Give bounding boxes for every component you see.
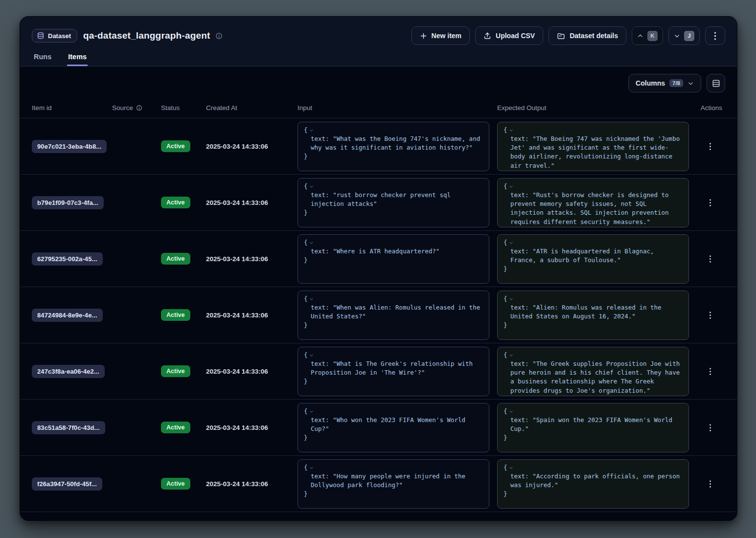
- expected-json-box[interactable]: { text: "Rust's borrow checker is design…: [497, 178, 689, 227]
- expected-json-box[interactable]: { text: "The Boeing 747 was nicknamed th…: [497, 122, 689, 171]
- input-json-box[interactable]: { text: "What was the Boeing 747's nickn…: [298, 122, 489, 171]
- open-brace: {: [504, 407, 507, 416]
- row-actions-button[interactable]: [704, 421, 716, 434]
- dataset-details-button[interactable]: Dataset details: [549, 26, 626, 45]
- item-id-badge[interactable]: b79e1f09-07c3-4fa...: [32, 196, 104, 209]
- created-at: 2025-03-24 14:33:06: [206, 480, 298, 488]
- row-actions-button[interactable]: [704, 365, 716, 378]
- title-info-icon[interactable]: [215, 32, 223, 40]
- row-actions-button[interactable]: [704, 477, 716, 490]
- folder-icon: [557, 32, 565, 40]
- item-id-cell: 84724984-8e9e-4e...: [32, 309, 112, 322]
- collapse-chevron-icon[interactable]: [309, 184, 314, 189]
- input-json-box[interactable]: { text: "Who won the 2023 FIFA Women's W…: [298, 403, 489, 452]
- collapse-chevron-icon[interactable]: [509, 241, 513, 245]
- expected-json-text: text: "The Greek supplies Proposition Jo…: [504, 359, 683, 395]
- expected-json-box[interactable]: { text: "According to park officials, on…: [497, 459, 689, 509]
- expected-json-box[interactable]: { text: "The Greek supplies Proposition …: [497, 347, 689, 396]
- status-badge: Active: [161, 309, 190, 321]
- row-actions-button[interactable]: [704, 140, 716, 153]
- status-badge: Active: [161, 365, 190, 377]
- close-brace: }: [504, 226, 683, 227]
- item-id-cell: b79e1f09-07c3-4fa...: [32, 196, 112, 209]
- tab-runs[interactable]: Runs: [33, 53, 52, 66]
- row-actions-button[interactable]: [704, 196, 716, 209]
- header-more-menu-button[interactable]: [705, 26, 725, 45]
- col-header-input: Input: [298, 104, 497, 112]
- input-cell: { text: "What is The Greek's relationshi…: [298, 347, 497, 396]
- expected-json-box[interactable]: { text: "Alien: Romulus was released in …: [497, 291, 689, 340]
- expected-json-text: text: "Rust's borrow checker is designed…: [504, 191, 683, 226]
- col-header-actions: Actions: [697, 104, 725, 112]
- open-brace: {: [504, 294, 507, 303]
- table-row: 62795235-002a-45... Active 2025-03-24 14…: [20, 231, 737, 287]
- collapse-chevron-icon[interactable]: [509, 409, 513, 414]
- close-brace: }: [304, 256, 483, 265]
- status-cell: Active: [161, 140, 206, 152]
- collapse-chevron-icon[interactable]: [509, 184, 513, 189]
- input-json-box[interactable]: { text: "When was Alien: Romulus release…: [298, 291, 489, 340]
- row-height-icon: [711, 79, 721, 88]
- source-info-icon[interactable]: [136, 105, 142, 111]
- expected-json-text: text: "According to park officials, one …: [504, 472, 683, 490]
- row-actions-button[interactable]: [704, 309, 716, 321]
- collapse-chevron-icon[interactable]: [509, 466, 513, 470]
- key-badge-k: K: [647, 31, 658, 41]
- created-at: 2025-03-24 14:33:06: [206, 143, 298, 150]
- item-id-badge[interactable]: 62795235-002a-45...: [32, 252, 103, 266]
- expected-output-cell: { text: "Alien: Romulus was released in …: [497, 291, 697, 340]
- input-json-text: text: "Where is ATR headquartered?": [304, 247, 483, 256]
- status-badge: Active: [161, 253, 190, 265]
- input-json-box[interactable]: { text: "Where is ATR headquartered?" }: [298, 234, 489, 284]
- close-brace: }: [504, 490, 683, 498]
- tab-items[interactable]: Items: [67, 53, 88, 66]
- input-json-box[interactable]: { text: "How many people were injured in…: [298, 459, 489, 509]
- next-item-button[interactable]: J: [668, 26, 700, 45]
- input-json-box[interactable]: { text: "What is The Greek's relationshi…: [298, 347, 489, 396]
- row-actions-button[interactable]: [704, 252, 716, 265]
- collapse-chevron-icon[interactable]: [309, 241, 314, 245]
- input-json-box[interactable]: { text: "rust borrow checker prevent sql…: [298, 178, 489, 227]
- open-brace: {: [304, 407, 308, 416]
- collapse-chevron-icon[interactable]: [509, 297, 513, 301]
- columns-button[interactable]: Columns 7/8: [628, 74, 701, 92]
- created-at: 2025-03-24 14:33:06: [206, 312, 298, 319]
- input-json-text: text: "How many people were injured in t…: [304, 472, 483, 490]
- expected-json-box[interactable]: { text: "ATR is headquartered in Blagnac…: [497, 234, 689, 284]
- tabs: Runs Items: [20, 45, 737, 66]
- new-item-label: New item: [432, 32, 461, 40]
- expected-output-cell: { text: "Spain won the 2023 FIFA Women's…: [497, 403, 697, 452]
- item-id-badge[interactable]: 247c3f8a-ea06-4e2...: [32, 365, 105, 378]
- actions-cell: [697, 365, 725, 378]
- collapse-chevron-icon[interactable]: [309, 353, 314, 358]
- col-header-item-id: Item id: [32, 104, 112, 112]
- item-id-badge[interactable]: f26a3947-50fd-45f...: [32, 477, 102, 491]
- collapse-chevron-icon[interactable]: [309, 409, 314, 414]
- expected-json-box[interactable]: { text: "Spain won the 2023 FIFA Women's…: [497, 403, 689, 452]
- open-brace: {: [304, 351, 308, 359]
- input-cell: { text: "Who won the 2023 FIFA Women's W…: [298, 403, 497, 452]
- input-cell: { text: "rust borrow checker prevent sql…: [298, 178, 497, 227]
- chevron-down-icon: [674, 33, 680, 39]
- new-item-button[interactable]: New item: [412, 26, 470, 45]
- collapse-chevron-icon[interactable]: [509, 128, 513, 133]
- table-toolbar: Columns 7/8: [20, 67, 737, 98]
- item-id-badge[interactable]: 84724984-8e9e-4e...: [32, 309, 103, 322]
- collapse-chevron-icon[interactable]: [309, 466, 314, 470]
- item-id-cell: 247c3f8a-ea06-4e2...: [32, 365, 112, 378]
- input-cell: { text: "Where is ATR headquartered?" }: [298, 234, 497, 284]
- expected-json-text: text: "Spain won the 2023 FIFA Women's W…: [504, 416, 683, 434]
- collapse-chevron-icon[interactable]: [509, 353, 513, 358]
- collapse-chevron-icon[interactable]: [309, 297, 314, 301]
- input-json-text: text: "What was the Boeing 747's nicknam…: [304, 134, 483, 153]
- item-id-badge[interactable]: 90e7c021-3eba-4b8...: [32, 140, 107, 153]
- prev-item-button[interactable]: K: [632, 26, 663, 45]
- status-badge: Active: [161, 422, 190, 433]
- item-id-badge[interactable]: 83c51a58-7f0c-43d...: [32, 421, 105, 434]
- collapse-chevron-icon[interactable]: [309, 128, 314, 133]
- row-height-button[interactable]: [707, 74, 725, 92]
- table-row: f26a3947-50fd-45f... Active 2025-03-24 1…: [20, 456, 737, 512]
- table-row: 84724984-8e9e-4e... Active 2025-03-24 14…: [20, 287, 737, 343]
- upload-csv-button[interactable]: Upload CSV: [475, 26, 543, 45]
- status-cell: Active: [161, 197, 206, 208]
